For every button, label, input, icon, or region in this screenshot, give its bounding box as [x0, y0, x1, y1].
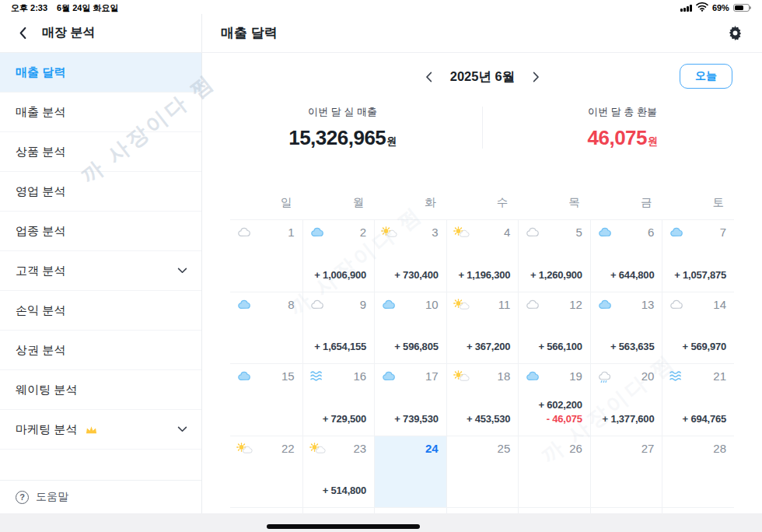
chevron-down-wrap — [177, 268, 187, 274]
calendar-day-5[interactable]: 5+ 1,260,900 — [518, 219, 590, 292]
calendar-day-23[interactable]: 23+ 514,800 — [302, 436, 375, 508]
monthly-refund: 이번 달 총 환불 46,075원 — [483, 105, 762, 150]
calendar-nav: 2025년 6월 오늘 — [203, 64, 762, 90]
weather-partly-sunny-icon — [453, 299, 470, 315]
prev-month-button[interactable] — [419, 67, 439, 87]
gear-icon — [728, 26, 743, 40]
calendar-day-16[interactable]: 16+ 729,500 — [302, 363, 375, 436]
calendar-day-25[interactable]: 25 — [446, 436, 519, 508]
calendar-day-18[interactable]: 18+ 453,530 — [446, 363, 519, 436]
calendar-day-27[interactable]: 27 — [590, 436, 662, 508]
monthly-refund-value: 46,075 — [587, 126, 647, 149]
main-content: 2025년 6월 오늘 이번 달 실 매출 15,326,965원 이번 달 총… — [203, 53, 762, 513]
cloud-icon — [525, 299, 540, 310]
calendar-day-24[interactable]: 24 — [374, 436, 446, 508]
rain-cloud-icon — [597, 370, 612, 384]
calendar-day-14[interactable]: 14+ 569,970 — [662, 292, 734, 364]
sidebar-item-3[interactable]: 영업 분석 — [0, 172, 201, 212]
day-amounts: + 1,196,300 — [458, 268, 510, 282]
sidebar-item-9[interactable]: 마케팅 분석 — [0, 410, 201, 450]
calendar-day-9[interactable]: 9+ 1,654,155 — [302, 292, 375, 364]
calendar-day-19[interactable]: 19+ 602,200- 46,075 — [518, 363, 590, 436]
day-amounts: + 739,530 — [394, 412, 438, 426]
calendar-day-15[interactable]: 15 — [230, 363, 302, 436]
sales-amount: + 1,196,300 — [458, 268, 510, 282]
sales-amount: + 644,800 — [610, 268, 654, 282]
calendar-day-13[interactable]: 13+ 563,635 — [590, 292, 662, 364]
calendar-day-5-next[interactable]: 5 — [662, 507, 734, 513]
day-amounts: + 1,006,900 — [314, 268, 366, 282]
calendar-day-6[interactable]: 6+ 644,800 — [590, 219, 662, 292]
help-button[interactable]: ? 도움말 — [0, 481, 201, 513]
weather-cloud-blue-icon — [669, 226, 683, 241]
sidebar-item-0[interactable]: 매출 달력 — [0, 53, 201, 93]
calendar-day-30[interactable]: 30 — [302, 507, 375, 513]
home-indicator[interactable] — [267, 524, 420, 529]
day-number: 23 — [353, 442, 366, 455]
calendar-day-20[interactable]: 20+ 1,377,600 — [590, 363, 662, 436]
cloud-icon — [309, 299, 324, 310]
sidebar-item-4[interactable]: 업종 분석 — [0, 212, 201, 251]
sidebar-item-7[interactable]: 상권 분석 — [0, 331, 201, 370]
calendar-day-21[interactable]: 21+ 694,765 — [662, 363, 734, 436]
calendar-day-22[interactable]: 22 — [230, 436, 302, 508]
sales-amount: + 367,200 — [467, 340, 510, 354]
calendar-day-28[interactable]: 28 — [662, 436, 734, 508]
calendar-day-1-next[interactable]: 1 — [374, 507, 446, 513]
chevron-left-icon — [19, 26, 26, 40]
calendar-day-7[interactable]: 7+ 1,057,875 — [662, 219, 734, 292]
sales-amount: + 1,377,600 — [603, 412, 655, 426]
calendar-day-11[interactable]: 11+ 367,200 — [446, 292, 519, 364]
day-amounts: + 367,200 — [467, 340, 510, 354]
weather-cloud-gray-icon — [309, 299, 324, 313]
weather-cloud-blue-icon — [381, 299, 396, 313]
monthly-sales-label: 이번 달 실 매출 — [203, 105, 482, 119]
day-number: 26 — [569, 442, 582, 455]
sales-amount: + 563,635 — [610, 340, 654, 354]
weather-cloud-blue-icon — [236, 370, 251, 385]
sales-amount: + 602,200 — [538, 398, 582, 412]
weather-cloud-blue-icon — [381, 370, 396, 385]
next-month-button[interactable] — [526, 67, 546, 87]
calendar-grid: 12+ 1,006,900 3+ 730,400 4+ 1,196,3005+ … — [230, 219, 734, 513]
sidebar-item-5[interactable]: 고객 분석 — [0, 251, 201, 291]
calendar-day-4-next[interactable]: 4 — [590, 507, 662, 513]
sales-amount: + 514,800 — [323, 484, 366, 498]
sidebar-item-6[interactable]: 손익 분석 — [0, 291, 201, 331]
calendar-day-1[interactable]: 1 — [230, 219, 302, 292]
today-button[interactable]: 오늘 — [680, 64, 732, 89]
currency-suffix: 원 — [386, 135, 397, 147]
day-number: 27 — [641, 442, 655, 455]
day-number: 24 — [425, 442, 439, 455]
sidebar-item-label: 웨이팅 분석 — [16, 383, 77, 397]
day-amounts: + 1,260,900 — [530, 268, 582, 282]
day-number: 28 — [713, 442, 726, 455]
sidebar-title: 매장 분석 — [42, 25, 95, 41]
page-title: 매출 달력 — [221, 24, 278, 42]
weather-partly-sunny-icon — [381, 226, 397, 243]
sidebar-item-2[interactable]: 상품 분석 — [0, 132, 201, 172]
calendar-day-4[interactable]: 4+ 1,196,300 — [446, 219, 519, 292]
calendar-day-8[interactable]: 8 — [230, 292, 302, 364]
settings-button[interactable] — [725, 23, 745, 44]
sidebar-item-8[interactable]: 웨이팅 분석 — [0, 370, 201, 410]
calendar-day-17[interactable]: 17+ 739,530 — [374, 363, 446, 436]
calendar-day-3[interactable]: 3+ 730,400 — [374, 219, 446, 292]
calendar-day-3-next[interactable]: 3 — [518, 507, 590, 513]
day-number: 9 — [360, 298, 366, 311]
sidebar-item-label: 고객 분석 — [16, 264, 65, 278]
sidebar-item-label: 업종 분석 — [16, 224, 65, 239]
refund-amount: - 46,075 — [538, 412, 582, 426]
weather-cloud-blue-icon — [597, 226, 612, 241]
back-button[interactable] — [16, 23, 30, 44]
calendar-day-2[interactable]: 2+ 1,006,900 — [302, 219, 375, 292]
calendar-day-29[interactable]: 29 — [230, 507, 302, 513]
calendar-day-10[interactable]: 10+ 596,805 — [374, 292, 446, 364]
calendar-day-2-next[interactable]: 2 — [446, 507, 519, 513]
day-amounts: + 644,800 — [610, 268, 654, 282]
day-number: 20 — [641, 369, 655, 383]
sidebar-item-1[interactable]: 매출 분석 — [0, 93, 201, 132]
sidebar-item-label: 손익 분석 — [16, 303, 65, 318]
calendar-day-12[interactable]: 12+ 566,100 — [518, 292, 590, 364]
calendar-day-26[interactable]: 26 — [518, 436, 590, 508]
